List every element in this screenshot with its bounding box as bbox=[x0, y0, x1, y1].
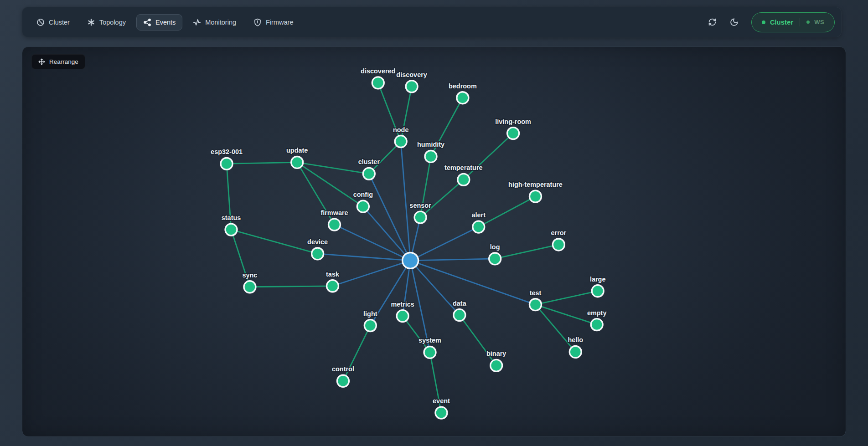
graph-edge-alert-high-temperature bbox=[479, 196, 536, 227]
graph-node-label-test: test bbox=[530, 289, 542, 297]
graph-node-discovered[interactable] bbox=[372, 77, 384, 89]
graph-node-test[interactable] bbox=[530, 299, 542, 311]
graph-edge-hub-log bbox=[410, 259, 495, 261]
badge-divider bbox=[800, 18, 800, 26]
graph-node-label-high-temperature: high-temperature bbox=[508, 181, 563, 188]
graph-node-label-event: event bbox=[433, 397, 450, 405]
graph-node-label-hello: hello bbox=[568, 336, 583, 343]
graph-node-large[interactable] bbox=[592, 285, 604, 297]
graph-edge-hub-task bbox=[333, 261, 411, 286]
graph-node-task[interactable] bbox=[327, 280, 339, 292]
graph-node-event[interactable] bbox=[435, 407, 447, 419]
moon-icon bbox=[730, 18, 739, 26]
graph-node-label-data: data bbox=[453, 300, 467, 307]
graph-edge-hub-config bbox=[363, 206, 410, 261]
graph-node-bedroom[interactable] bbox=[457, 92, 469, 104]
graph-node-living-room[interactable] bbox=[507, 128, 519, 139]
globe-icon bbox=[36, 18, 45, 26]
theme-toggle-button[interactable] bbox=[726, 14, 743, 31]
graph-edge-log-error bbox=[495, 245, 559, 259]
graph-node-sensor[interactable] bbox=[414, 211, 426, 223]
graph-node-sync[interactable] bbox=[244, 281, 256, 293]
graph-node-alert[interactable] bbox=[473, 221, 485, 233]
graph-node-label-binary: binary bbox=[486, 350, 506, 357]
graph-edge-hub-alert bbox=[410, 227, 479, 261]
graph-node-label-status: status bbox=[222, 214, 241, 221]
graph-node-cluster[interactable] bbox=[363, 168, 375, 179]
graph-node-label-humidity: humidity bbox=[417, 141, 444, 148]
graph-node-status[interactable] bbox=[225, 224, 237, 236]
rearrange-button[interactable]: Rearrange bbox=[31, 54, 85, 69]
tab-monitoring[interactable]: Monitoring bbox=[186, 14, 243, 31]
graph-node-error[interactable] bbox=[553, 239, 564, 251]
topology-graph-canvas[interactable]: Rearrange nodediscovereddiscoverybedroom… bbox=[22, 46, 846, 437]
refresh-icon bbox=[708, 18, 717, 26]
topology-graph: nodediscovereddiscoverybedroomliving-roo… bbox=[22, 47, 846, 436]
graph-node-device[interactable] bbox=[312, 248, 324, 260]
graph-node-discovery[interactable] bbox=[406, 81, 418, 92]
graph-node-light[interactable] bbox=[364, 320, 376, 332]
nav-tabs: Cluster Topology Events Monit bbox=[30, 14, 300, 31]
graph-node-label-system: system bbox=[418, 337, 441, 344]
graph-node-firmware[interactable] bbox=[329, 219, 341, 231]
tab-label: Cluster bbox=[49, 19, 70, 26]
tab-cluster[interactable]: Cluster bbox=[30, 14, 77, 31]
graph-node-esp32-001[interactable] bbox=[221, 158, 232, 169]
graph-node-label-large: large bbox=[590, 276, 606, 283]
graph-node-update[interactable] bbox=[291, 156, 303, 168]
graph-edge-hub-test bbox=[410, 261, 535, 305]
ws-status-dot bbox=[806, 21, 810, 24]
graph-node-label-sensor: sensor bbox=[409, 202, 431, 209]
graph-node-label-discovered: discovered bbox=[361, 67, 395, 75]
graph-node-label-task: task bbox=[326, 271, 340, 278]
graph-edge-update-config bbox=[297, 162, 363, 206]
graph-node-temperature[interactable] bbox=[458, 174, 470, 185]
tab-label: Events bbox=[155, 19, 176, 26]
graph-node-control[interactable] bbox=[337, 375, 349, 387]
connection-status-badge[interactable]: Cluster WS bbox=[751, 12, 835, 32]
graph-edge-data-binary bbox=[460, 315, 496, 366]
graph-node-hello[interactable] bbox=[569, 346, 581, 358]
graph-node-metrics[interactable] bbox=[397, 310, 408, 322]
graph-node-hub[interactable] bbox=[403, 252, 418, 268]
ws-status-label: WS bbox=[814, 19, 824, 26]
graph-node-system[interactable] bbox=[424, 346, 436, 358]
top-navigation-bar: Cluster Topology Events Monit bbox=[22, 7, 842, 37]
graph-node-label-light: light bbox=[363, 310, 377, 318]
graph-edge-hub-firmware bbox=[335, 225, 411, 261]
tab-events[interactable]: Events bbox=[136, 14, 182, 31]
graph-node-label-error: error bbox=[551, 229, 566, 236]
graph-node-binary[interactable] bbox=[491, 359, 502, 371]
topology-asterisk-icon bbox=[87, 18, 95, 26]
graph-edge-status-device bbox=[231, 230, 318, 254]
graph-node-label-config: config bbox=[353, 191, 373, 198]
graph-node-data[interactable] bbox=[454, 309, 465, 321]
refresh-button[interactable] bbox=[704, 14, 721, 31]
graph-edge-sync-task bbox=[250, 286, 333, 287]
rearrange-label: Rearrange bbox=[49, 58, 78, 65]
graph-node-label-sync: sync bbox=[242, 272, 257, 279]
graph-node-log[interactable] bbox=[489, 253, 501, 265]
graph-node-high-temperature[interactable] bbox=[530, 190, 542, 202]
graph-node-label-update: update bbox=[286, 147, 308, 154]
graph-node-label-metrics: metrics bbox=[391, 301, 414, 308]
cluster-status-label: Cluster bbox=[770, 19, 793, 26]
tab-topology[interactable]: Topology bbox=[80, 14, 133, 31]
shield-alert-icon bbox=[253, 18, 262, 26]
graph-edge-temperature-living-room bbox=[464, 133, 513, 180]
graph-node-label-bedroom: bedroom bbox=[449, 82, 477, 90]
tab-label: Monitoring bbox=[205, 19, 236, 26]
graph-node-node[interactable] bbox=[395, 136, 407, 148]
graph-node-label-control: control bbox=[332, 365, 354, 373]
topbar-right-controls: Cluster WS bbox=[704, 12, 835, 32]
graph-node-humidity[interactable] bbox=[425, 150, 437, 162]
graph-node-config[interactable] bbox=[357, 200, 369, 212]
cluster-status-dot bbox=[762, 21, 765, 24]
tab-firmware[interactable]: Firmware bbox=[247, 14, 300, 31]
move-icon bbox=[38, 58, 45, 65]
graph-node-label-firmware: firmware bbox=[320, 209, 348, 216]
graph-node-empty[interactable] bbox=[591, 319, 603, 331]
graph-edge-update-esp32-001 bbox=[227, 162, 297, 164]
graph-edge-test-large bbox=[535, 291, 598, 305]
graph-node-label-esp32-001: esp32-001 bbox=[211, 148, 243, 155]
